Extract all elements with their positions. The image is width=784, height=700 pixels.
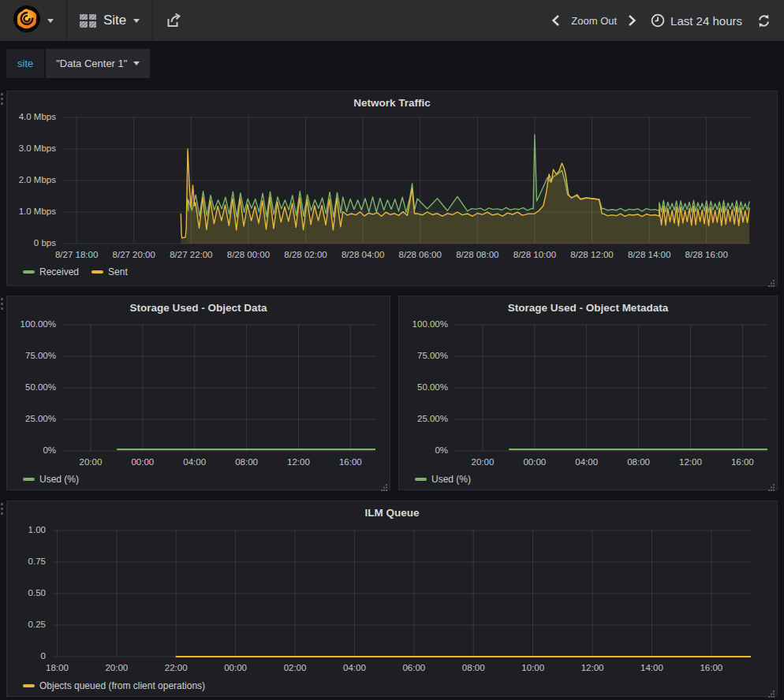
y-axis-tick-label: 75.00%	[399, 351, 448, 360]
variable-site-value: "Data Center 1"	[56, 58, 127, 69]
storage-object-data-chart[interactable]	[62, 325, 375, 451]
legend-series-swatch	[23, 270, 35, 274]
top-navbar: Site Zoom Out Last 2	[0, 0, 784, 41]
dashboard-grid-icon	[80, 14, 96, 28]
time-shift-back-button[interactable]	[551, 14, 560, 27]
y-axis-tick-label: 0%	[399, 445, 448, 455]
grafana-logo-icon	[13, 5, 41, 36]
y-axis-tick-label: 100.00%	[7, 319, 56, 329]
chevron-right-icon	[628, 14, 637, 27]
panel-resize-handle[interactable]	[767, 276, 775, 284]
y-axis-tick-label: 1.0 Mbps	[7, 207, 56, 216]
legend-series-swatch	[415, 478, 427, 481]
y-axis-tick-label: 0.50	[7, 588, 46, 598]
row-drag-handle[interactable]	[1, 298, 5, 310]
y-axis-tick-label: 1.00	[7, 525, 46, 534]
template-variables: site "Data Center 1"	[6, 49, 150, 78]
legend-series-label: Objects queued (from client operations)	[39, 680, 205, 691]
dashboard-title: Site	[103, 13, 126, 28]
share-dashboard-button[interactable]	[166, 13, 181, 28]
x-axis-tick-label: 16:00	[707, 457, 778, 467]
variable-site-dropdown[interactable]: "Data Center 1"	[46, 49, 150, 78]
refresh-icon	[756, 13, 771, 28]
y-axis-tick-label: 0.75	[7, 557, 46, 566]
y-axis-tick-label: 0%	[7, 445, 56, 455]
row-drag-handle[interactable]	[1, 503, 5, 515]
panel-title[interactable]: Storage Used - Object Metadata	[399, 302, 777, 314]
chevron-left-icon	[551, 14, 560, 27]
y-axis-tick-label: 100.00%	[399, 319, 448, 329]
y-axis-tick-label: 0	[7, 651, 46, 661]
legend-item[interactable]: Used (%)	[23, 474, 79, 485]
x-axis-tick-label: 16:00	[676, 663, 747, 672]
legend-series-label: Used (%)	[39, 474, 79, 485]
zoom-out-button[interactable]: Zoom Out	[571, 15, 617, 27]
chart-legend: Used (%)	[23, 474, 79, 485]
legend-series-label: Sent	[108, 266, 128, 277]
refresh-dashboard-button[interactable]	[756, 13, 771, 28]
panel-title[interactable]: ILM Queue	[7, 507, 777, 519]
panel-storage-object-metadata: Storage Used - Object Metadata Used (%) …	[398, 296, 778, 490]
legend-series-label: Used (%)	[431, 474, 471, 485]
storage-object-metadata-chart[interactable]	[454, 325, 767, 451]
ilm-queue-chart[interactable]	[52, 531, 751, 657]
legend-series-label: Received	[39, 266, 79, 277]
time-range-picker[interactable]: Last 24 hours	[651, 13, 742, 28]
y-axis-tick-label: 50.00%	[399, 382, 448, 392]
y-axis-tick-label: 25.00%	[399, 414, 448, 423]
y-axis-tick-label: 75.00%	[7, 351, 56, 360]
legend-series-swatch	[23, 478, 35, 481]
panel-resize-handle[interactable]	[380, 480, 388, 488]
panel-ilm-queue: ILM Queue Objects queued (from client op…	[6, 501, 778, 697]
panel-resize-handle[interactable]	[767, 480, 775, 488]
y-axis-tick-label: 3.0 Mbps	[7, 143, 56, 153]
legend-item[interactable]: Sent	[91, 266, 128, 277]
y-axis-tick-label: 2.0 Mbps	[7, 175, 56, 184]
legend-item[interactable]: Objects queued (from client operations)	[23, 680, 205, 691]
dashboard-picker[interactable]: Site	[67, 0, 153, 41]
y-axis-tick-label: 0 bps	[7, 238, 56, 248]
dashboard-caret-icon	[133, 19, 140, 23]
network-traffic-chart[interactable]	[62, 117, 751, 244]
y-axis-tick-label: 0.25	[7, 620, 46, 629]
time-shift-forward-button[interactable]	[628, 14, 637, 27]
x-axis-tick-label: 16:00	[315, 457, 386, 467]
legend-series-swatch	[23, 684, 35, 687]
y-axis-tick-label: 25.00%	[7, 414, 56, 423]
panel-resize-handle[interactable]	[767, 687, 775, 694]
panel-network-traffic: Network Traffic ReceivedSent 0 bps1.0 Mb…	[6, 91, 778, 286]
legend-series-swatch	[91, 270, 103, 274]
grafana-logo-button[interactable]	[13, 5, 54, 36]
variable-site-label: site	[6, 49, 44, 78]
grafana-menu[interactable]	[0, 0, 67, 41]
chart-legend: Used (%)	[415, 474, 471, 485]
panel-title[interactable]: Storage Used - Object Data	[7, 302, 390, 314]
chart-legend: Objects queued (from client operations)	[23, 680, 205, 691]
clock-icon	[651, 13, 665, 28]
grafana-menu-caret-icon	[47, 19, 54, 23]
panel-storage-object-data: Storage Used - Object Data Used (%) 0%25…	[6, 296, 390, 490]
row-drag-handle[interactable]	[1, 93, 5, 105]
time-range-label: Last 24 hours	[670, 14, 742, 28]
y-axis-tick-label: 50.00%	[7, 382, 56, 392]
legend-item[interactable]: Used (%)	[415, 474, 471, 485]
legend-item[interactable]: Received	[23, 266, 79, 277]
y-axis-tick-label: 4.0 Mbps	[7, 112, 56, 121]
chart-legend: ReceivedSent	[23, 266, 128, 277]
panel-title[interactable]: Network Traffic	[7, 97, 777, 109]
x-axis-tick-label: 8/28 16:00	[671, 250, 742, 259]
variable-caret-icon	[133, 61, 140, 65]
share-icon	[166, 13, 181, 28]
